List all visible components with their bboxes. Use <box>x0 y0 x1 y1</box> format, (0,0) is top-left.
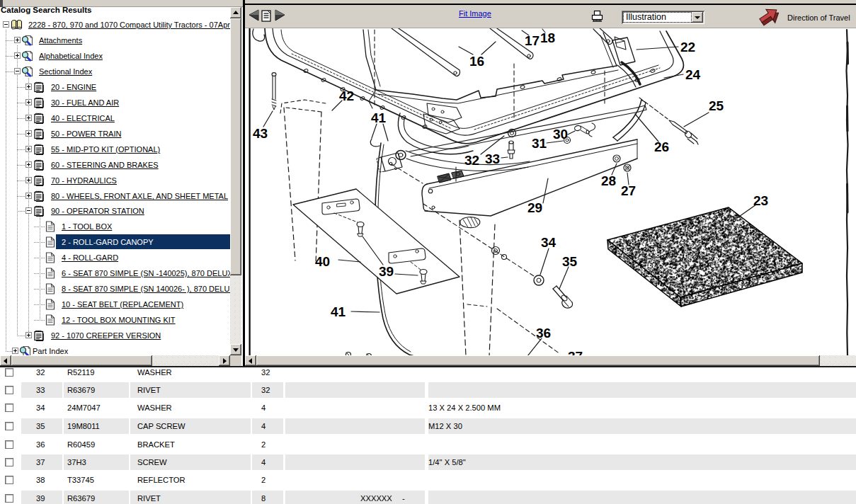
svg-text:32: 32 <box>464 153 479 168</box>
svg-text:17: 17 <box>525 33 540 48</box>
svg-text:30: 30 <box>553 127 568 142</box>
svg-text:37: 37 <box>568 349 583 355</box>
svg-text:23: 23 <box>753 193 768 208</box>
svg-text:41: 41 <box>331 304 346 319</box>
svg-text:25: 25 <box>709 98 724 113</box>
svg-text:39: 39 <box>379 264 394 279</box>
svg-text:29: 29 <box>527 200 542 215</box>
svg-text:31: 31 <box>532 136 547 151</box>
svg-text:41: 41 <box>371 110 387 125</box>
svg-text:16: 16 <box>469 54 484 69</box>
svg-text:36: 36 <box>536 326 551 340</box>
svg-text:34: 34 <box>541 235 557 250</box>
svg-text:43: 43 <box>253 126 268 141</box>
svg-text:28: 28 <box>601 173 616 188</box>
svg-text:40: 40 <box>315 254 330 269</box>
svg-text:26: 26 <box>654 139 669 154</box>
svg-text:42: 42 <box>339 88 354 103</box>
svg-text:24: 24 <box>685 67 701 82</box>
svg-text:18: 18 <box>540 30 555 45</box>
svg-text:35: 35 <box>562 254 578 269</box>
svg-text:27: 27 <box>621 183 636 198</box>
svg-text:22: 22 <box>680 40 695 55</box>
svg-text:33: 33 <box>485 151 500 166</box>
